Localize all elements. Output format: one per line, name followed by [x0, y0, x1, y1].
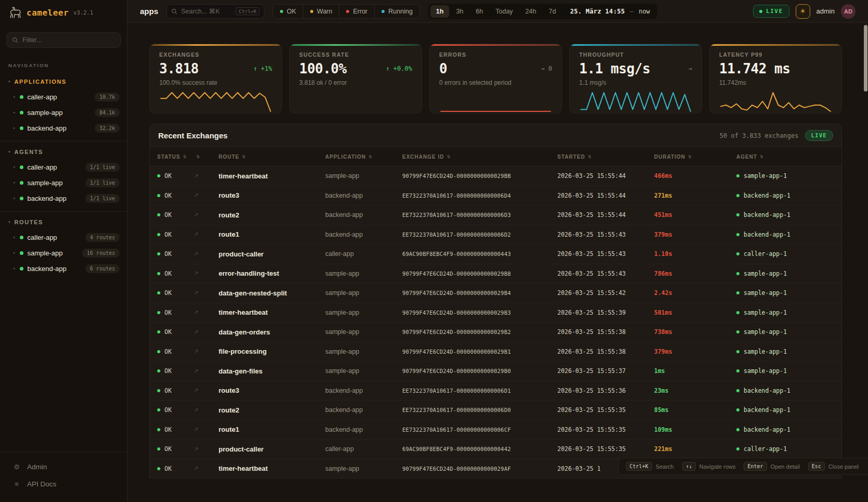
- column-header-exchange-id[interactable]: EXCHANGE ID ⇅: [402, 154, 557, 160]
- sidebar-item-sample-app[interactable]: ▸ sample-app 16 routes: [0, 245, 127, 261]
- open-exchange-icon[interactable]: ↗: [194, 192, 219, 199]
- table-row[interactable]: OK ↗ route2 backend-app EE7322370A10617-…: [150, 401, 841, 420]
- sidebar-footer-item-api-docs[interactable]: ≡ API Docs: [0, 475, 127, 493]
- column-header-status[interactable]: STATUS ⇅: [157, 154, 194, 160]
- table-row[interactable]: OK ↗ error-handling-test sample-app 9079…: [150, 264, 841, 284]
- status-filter-error[interactable]: Error: [339, 5, 374, 18]
- stat-card-throughput[interactable]: THROUGHPUT 1.1 msg/s → 1.1 msg/s: [569, 44, 702, 113]
- sidebar-item-backend-app[interactable]: ▸ backend-app 1/1 live: [0, 190, 127, 206]
- table-row[interactable]: OK ↗ data-gen-files sample-app 90799F47E…: [150, 362, 841, 381]
- agent-dot-icon: [736, 389, 739, 392]
- open-exchange-icon[interactable]: ↗: [194, 348, 219, 355]
- avatar[interactable]: AD: [841, 4, 856, 19]
- range-button-24h[interactable]: 24h: [520, 5, 542, 18]
- table-row[interactable]: OK ↗ route1 backend-app EE7322370A10617-…: [150, 225, 841, 245]
- open-exchange-icon[interactable]: ↗: [194, 212, 219, 218]
- table-row[interactable]: OK ↗ product-caller caller-app 69AC90BF8…: [150, 244, 841, 264]
- table-row[interactable]: OK ↗ route1 backend-app EE7322370A10617-…: [150, 420, 841, 440]
- status-filter-ok[interactable]: OK: [273, 5, 303, 18]
- open-exchange-icon[interactable]: ↗: [194, 270, 219, 277]
- keyboard-hint: Ctrl+K Search: [626, 462, 674, 471]
- card-subtitle: 11.742ms: [719, 79, 832, 86]
- exchange-count-summary: 50 of 3.833 exchanges: [720, 132, 799, 139]
- table-row[interactable]: OK ↗ route3 backend-app EE7322370A10617-…: [150, 381, 841, 401]
- keyboard-hint: Esc Close panel: [808, 462, 859, 471]
- open-exchange-icon[interactable]: ↗: [194, 329, 219, 336]
- status-dot-icon: [157, 213, 160, 216]
- column-header-actions[interactable]: ⇅: [194, 155, 219, 159]
- theme-toggle-button[interactable]: ☀: [796, 4, 810, 19]
- sidebar-item-caller-app[interactable]: ▸ caller-app 1/1 live: [0, 159, 127, 175]
- exchange-id-cell: EE7322370A10617-00000000000006CF: [402, 427, 557, 433]
- nav-section-header[interactable]: ▾ ROUTES: [0, 216, 127, 229]
- table-row[interactable]: OK ↗ data-gen-orders sample-app 90799F47…: [150, 323, 841, 342]
- open-exchange-icon[interactable]: ↗: [194, 173, 219, 179]
- sidebar-item-caller-app[interactable]: ▸ caller-app 10.7k: [0, 89, 127, 105]
- range-button-3h[interactable]: 3h: [450, 5, 469, 18]
- column-header-started[interactable]: STARTED ⇅: [557, 154, 654, 160]
- sidebar-item-backend-app[interactable]: ▸ backend-app 6 routes: [0, 261, 127, 276]
- open-exchange-icon[interactable]: ↗: [194, 309, 219, 316]
- open-exchange-icon[interactable]: ↗: [194, 231, 219, 238]
- sidebar-item-backend-app[interactable]: ▸ backend-app 32.2k: [0, 120, 127, 136]
- card-accent-bar: [290, 44, 422, 46]
- stat-card-success-rate[interactable]: SUCCESS RATE 100.0% ↑ +0.0% 3.818 ok / 0…: [289, 44, 422, 113]
- range-button-7d[interactable]: 7d: [543, 5, 561, 18]
- table-row[interactable]: OK ↗ timer-heartbeat sample-app 90799F47…: [150, 303, 841, 323]
- open-exchange-icon[interactable]: ↗: [194, 426, 219, 433]
- table-live-label: LIVE: [811, 132, 827, 139]
- open-exchange-icon[interactable]: ↗: [194, 368, 219, 375]
- column-header-route[interactable]: ROUTE ⇅: [219, 154, 325, 160]
- stat-card-errors[interactable]: ERRORS 0 → 0 0 errors in selected period: [429, 44, 562, 113]
- sidebar-filter-input[interactable]: Filter...: [6, 32, 121, 48]
- table-row[interactable]: OK ↗ data-gen-nested-split sample-app 90…: [150, 284, 841, 303]
- sidebar-item-caller-app[interactable]: ▸ caller-app 4 routes: [0, 229, 127, 245]
- sidebar-item-sample-app[interactable]: ▸ sample-app 1/1 live: [0, 175, 127, 190]
- nav-section-header[interactable]: ▾ APPLICATIONS: [0, 75, 127, 89]
- range-button-today[interactable]: Today: [490, 5, 518, 18]
- scrollbar-thumb[interactable]: [864, 25, 867, 92]
- sort-icon: ⇅: [183, 155, 187, 159]
- open-exchange-icon[interactable]: ↗: [194, 251, 219, 258]
- range-button-6h[interactable]: 6h: [470, 5, 489, 18]
- nav-section-header[interactable]: ▾ AGENTS: [0, 146, 127, 159]
- status-cell: OK: [157, 172, 194, 179]
- table-row[interactable]: OK ↗ timer-heartbeat sample-app 90799F47…: [150, 166, 841, 186]
- started-cell: 2026-03-25 15:55:44: [557, 192, 654, 199]
- status-dot-icon: [157, 252, 160, 255]
- sidebar-footer-item-admin[interactable]: ⚙ Admin: [0, 458, 127, 475]
- range-date[interactable]: 25. März 14:55: [563, 8, 629, 15]
- table-row[interactable]: OK ↗ route2 backend-app EE7322370A10617-…: [150, 205, 841, 225]
- route-cell: route1: [219, 230, 325, 238]
- sidebar-item-sample-app[interactable]: ▸ sample-app 84.1k: [0, 105, 127, 120]
- range-end[interactable]: now: [634, 8, 655, 15]
- open-exchange-icon[interactable]: ↗: [194, 465, 219, 472]
- table-row[interactable]: OK ↗ product-caller caller-app 69AC90BF8…: [150, 440, 841, 459]
- table-row[interactable]: OK ↗ route3 backend-app EE7322370A10617-…: [150, 186, 841, 206]
- live-toggle[interactable]: LIVE: [753, 5, 789, 18]
- agent-dot-icon: [736, 350, 739, 353]
- open-exchange-icon[interactable]: ↗: [194, 387, 219, 394]
- column-header-application[interactable]: APPLICATION ⇅: [325, 154, 402, 160]
- column-header-agent[interactable]: AGENT ⇅: [736, 154, 834, 160]
- column-header-duration[interactable]: DURATION ⇅: [654, 154, 736, 160]
- stat-card-latency-p99[interactable]: LATENCY P99 11.742 ms 11.742ms: [709, 44, 842, 113]
- footer-label: Admin: [27, 463, 47, 471]
- open-exchange-icon[interactable]: ↗: [194, 446, 219, 453]
- range-button-1h[interactable]: 1h: [430, 5, 450, 18]
- table-row[interactable]: OK ↗ file-processing sample-app 90799F47…: [150, 342, 841, 362]
- main-content: EXCHANGES 3.818 ↑ +1% 100.0% success rat…: [127, 23, 868, 479]
- table-live-badge[interactable]: LIVE: [805, 130, 834, 141]
- app-logo[interactable]: cameleer v3.2.1: [0, 0, 127, 25]
- status-filter-running[interactable]: Running: [374, 5, 419, 18]
- search-input[interactable]: Search... ⌘K Ctrl+K: [167, 4, 264, 19]
- card-accent-bar: [430, 44, 561, 46]
- status-text: OK: [164, 406, 172, 414]
- status-filter-warn[interactable]: Warn: [303, 5, 339, 18]
- stat-card-exchanges[interactable]: EXCHANGES 3.818 ↑ +1% 100.0% success rat…: [149, 44, 282, 113]
- route-cell: error-handling-test: [219, 269, 325, 277]
- column-header-label: EXCHANGE ID: [402, 154, 444, 160]
- open-exchange-icon[interactable]: ↗: [194, 290, 219, 297]
- open-exchange-icon[interactable]: ↗: [194, 407, 219, 414]
- agent-text: backend-app-1: [744, 231, 790, 238]
